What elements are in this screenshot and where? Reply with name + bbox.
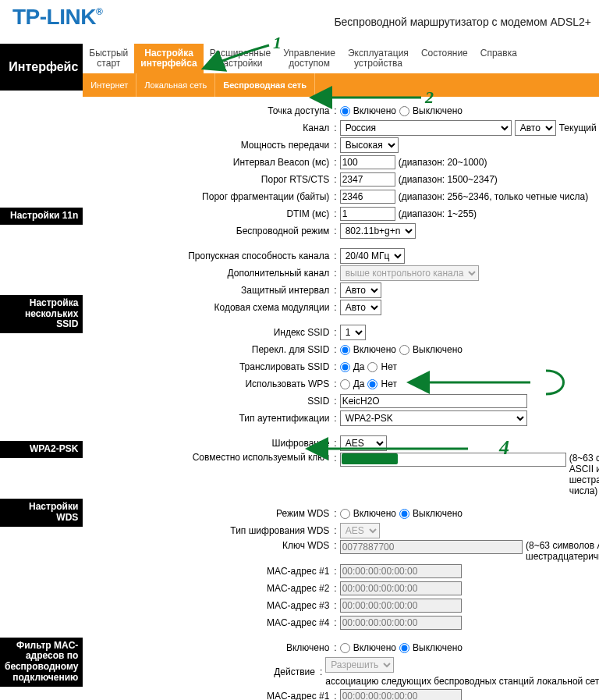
- action-label: Действие: [83, 666, 320, 677]
- wps-no[interactable]: [367, 379, 377, 389]
- txpower-select[interactable]: Высокая: [340, 137, 399, 153]
- action-hint: ассоциацию следующих беспроводных станци…: [325, 676, 599, 687]
- subtab-internet[interactable]: Интернет: [83, 73, 136, 97]
- enc-select[interactable]: AES: [340, 435, 387, 451]
- gi-label: Защитный интервал: [83, 285, 334, 296]
- beacon-input[interactable]: [340, 155, 395, 169]
- tab-quick-start[interactable]: Быстрый старт: [83, 44, 134, 73]
- txpower-label: Мощность передачи: [83, 140, 334, 151]
- mac3-label: MAC-адрес #3: [83, 600, 334, 611]
- beacon-hint: (диапазон: 20~1000): [399, 157, 487, 168]
- enc-label: Шифрование: [83, 438, 334, 449]
- section-multi-ssid: Настройка нескольких SSID: [0, 295, 83, 333]
- wds-off[interactable]: [399, 509, 409, 519]
- wds-mac4: [340, 616, 462, 630]
- dtim-label: DTIM (мс): [83, 208, 334, 219]
- broadcast-no[interactable]: [367, 362, 377, 372]
- mcs-select[interactable]: Авто: [340, 300, 381, 315]
- wds-enc-select: AES: [340, 523, 380, 538]
- ap-label: Точка доступа: [83, 105, 334, 116]
- ap-on-radio[interactable]: [340, 106, 350, 116]
- beacon-label: Интервал Beacon (мс): [83, 157, 334, 168]
- ap-off-text: Выключено: [413, 105, 463, 116]
- wds-key-label: Ключ WDS: [83, 540, 334, 551]
- dtim-input[interactable]: [340, 207, 395, 221]
- gi-select[interactable]: Авто: [340, 282, 381, 298]
- page-subtitle: Беспроводной маршрутизатор с модемом ADS…: [334, 16, 591, 30]
- wds-mac1: [340, 564, 462, 578]
- section-mac-filter: Фильтр MAC-адресов по беспроводному подк…: [0, 638, 83, 687]
- mac4-label: MAC-адрес #4: [83, 617, 334, 628]
- section-11n: Настройки 11n: [0, 208, 83, 225]
- channel-country-select[interactable]: Россия: [340, 120, 512, 136]
- sidebar-title: Интерфейс: [0, 44, 83, 91]
- rts-hint: (диапазон: 1500~2347): [399, 174, 498, 185]
- rts-input[interactable]: [340, 172, 395, 187]
- wds-mode-label: Режим WDS: [83, 508, 334, 519]
- ext-select: выше контрольного канала: [340, 265, 479, 281]
- filter-mac1-label: MAC-адрес #1: [83, 691, 334, 700]
- subtab-wireless[interactable]: Беспроводная сеть: [215, 73, 315, 97]
- tab-access[interactable]: Управление доступом: [277, 44, 342, 73]
- wds-enc-label: Тип шифрования WDS: [83, 525, 334, 536]
- current-channel-label: Текущий канал:: [559, 123, 599, 133]
- ssid-sw-off[interactable]: [399, 345, 409, 355]
- rts-label: Порог RTS/CTS: [83, 174, 334, 185]
- channel-auto-select[interactable]: Авто: [515, 120, 556, 136]
- mode-select[interactable]: 802.11b+g+n: [340, 223, 416, 239]
- ssid-sw-on[interactable]: [340, 345, 350, 355]
- filter-en-label: Включено: [83, 642, 334, 653]
- filter-mac1: [340, 689, 462, 700]
- wds-mac2: [340, 581, 462, 595]
- bw-select[interactable]: 20/40 МГц: [340, 248, 405, 264]
- mac2-label: MAC-адрес #2: [83, 583, 334, 594]
- channel-label: Канал: [83, 123, 334, 133]
- auth-select[interactable]: WPA2-PSK: [340, 410, 527, 426]
- subtab-lan[interactable]: Локальная сеть: [136, 73, 215, 97]
- psk-label: Совместно используемый ключ: [83, 453, 334, 463]
- broadcast-label: Транслировать SSID: [83, 361, 334, 372]
- mac1-label: MAC-адрес #1: [83, 566, 334, 577]
- filter-on[interactable]: [340, 643, 350, 653]
- psk-hint: (8~63 символов ASCII или 64 шестрадцатер…: [569, 453, 599, 496]
- section-wds: Настройки WDS: [0, 499, 83, 527]
- mode-label: Беспроводной режим: [83, 226, 334, 236]
- mcs-label: Кодовая схема модуляции: [83, 302, 334, 313]
- ssid-idx-label: Индекс SSID: [83, 327, 334, 338]
- auth-label: Тип аутентификации: [83, 413, 334, 424]
- bw-label: Пропускная способность канала: [83, 251, 334, 261]
- frag-label: Порог фрагментации (байты): [83, 191, 334, 202]
- wds-key-hint: (8~63 символов ASCII или 64 шестрадцатер…: [526, 540, 599, 562]
- wds-mac3: [340, 599, 462, 613]
- wds-key-input: [340, 540, 523, 554]
- sub-tabs: Интернет Локальная сеть Беспроводная сет…: [83, 73, 599, 97]
- ext-label: Дополнительный канал: [83, 268, 334, 279]
- frag-hint: (диапазон: 256~2346, только четные числа…: [399, 191, 588, 202]
- brand-logo: TP-LINK®: [8, 5, 102, 30]
- tab-maintenance[interactable]: Эксплуатация устройства: [342, 44, 415, 73]
- action-select: Разрешить: [325, 657, 394, 673]
- section-wpa2psk: WPA2-PSK: [0, 441, 83, 458]
- ssid-sw-label: Перекл. для SSID: [83, 344, 334, 355]
- wds-on[interactable]: [340, 509, 350, 519]
- ssid-label: SSID: [83, 396, 334, 407]
- tab-advanced[interactable]: Расширенные настройки: [204, 44, 278, 73]
- ap-off-radio[interactable]: [399, 106, 409, 116]
- top-tabs: Быстрый старт Настройка интерфейса Расши…: [83, 44, 599, 73]
- ssid-input[interactable]: [340, 394, 527, 408]
- tab-status[interactable]: Состояние: [415, 44, 474, 73]
- wps-yes[interactable]: [340, 379, 350, 389]
- dtim-hint: (диапазон: 1~255): [399, 208, 477, 219]
- wps-label: Использовать WPS: [83, 378, 334, 389]
- filter-off[interactable]: [399, 643, 409, 653]
- ap-on-text: Включено: [353, 105, 396, 116]
- broadcast-yes[interactable]: [340, 362, 350, 372]
- tab-interface-setup[interactable]: Настройка интерфейса: [134, 44, 203, 73]
- tab-help[interactable]: Справка: [474, 44, 523, 73]
- frag-input[interactable]: [340, 190, 395, 204]
- ssid-idx-select[interactable]: 1: [340, 325, 366, 340]
- psk-redaction: [342, 453, 398, 464]
